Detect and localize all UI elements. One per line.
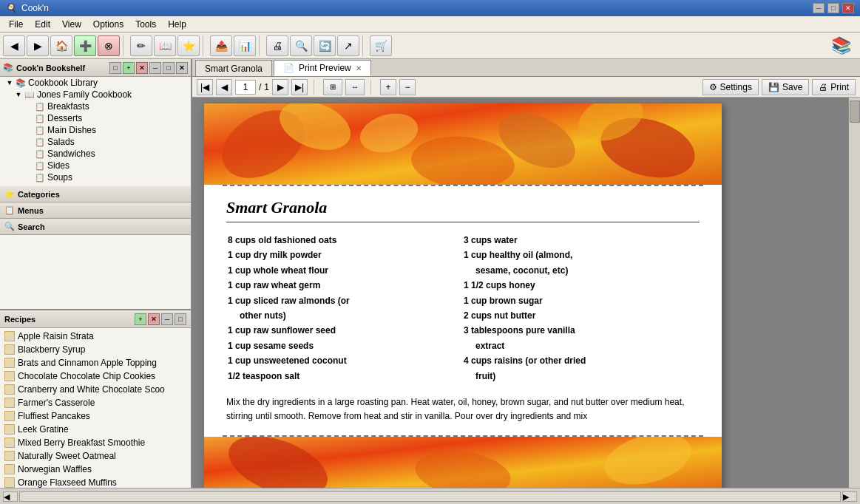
window-controls[interactable]: ─ □ ✕ xyxy=(813,3,854,13)
bookshelf-close-button[interactable]: ✕ xyxy=(176,62,188,74)
recipes-maximize-button[interactable]: □ xyxy=(175,313,186,325)
tree-main-dishes[interactable]: 📋 Main Dishes xyxy=(0,124,191,136)
menus-section[interactable]: 📋 Menus xyxy=(0,202,191,219)
page-last-button[interactable]: ▶| xyxy=(291,79,308,95)
hscroll-right[interactable]: ▶ xyxy=(842,491,857,502)
vscroll-thumb[interactable] xyxy=(850,101,860,123)
recipe-icon-12 xyxy=(4,477,15,488)
category-icon-4: 📋 xyxy=(35,137,45,147)
recipe-item-choc-chip[interactable]: Chocolate Chocolate Chip Cookies xyxy=(0,370,191,383)
page-prev-button[interactable]: ◀ xyxy=(216,79,232,95)
zoom-in-button[interactable]: + xyxy=(380,79,396,95)
menu-options[interactable]: Options xyxy=(87,18,129,31)
recipe-item-brats[interactable]: Brats and Cinnamon Apple Topping xyxy=(0,356,191,370)
recipes-minimize-button[interactable]: ─ xyxy=(161,313,173,325)
recipe-item-leek[interactable]: Leek Gratine xyxy=(0,423,191,436)
page-next-button[interactable]: ▶ xyxy=(272,79,288,95)
tree-sandwiches[interactable]: 📋 Sandwiches xyxy=(0,148,191,160)
recipes-add-button[interactable]: + xyxy=(135,313,146,325)
recipe-item-blackberry[interactable]: Blackberry Syrup xyxy=(0,343,191,356)
page-first-button[interactable]: |◀ xyxy=(197,79,213,95)
favorites-button[interactable]: ⭐ xyxy=(177,35,200,56)
recipe-label-3: Brats and Cinnamon Apple Topping xyxy=(18,358,157,368)
horizontal-scrollbar[interactable] xyxy=(19,491,841,502)
save-button[interactable]: 💾 Save xyxy=(762,79,809,95)
tree-sides[interactable]: 📋 Sides xyxy=(0,160,191,171)
settings-button[interactable]: ⚙ Settings xyxy=(702,79,759,95)
zoom-out-button[interactable]: − xyxy=(399,79,416,95)
menu-tools[interactable]: Tools xyxy=(129,18,162,31)
tree-salads[interactable]: 📋 Salads xyxy=(0,136,191,148)
hscroll-left[interactable]: ◀ xyxy=(3,491,18,502)
shop-button[interactable]: 🛒 xyxy=(370,35,392,56)
tab-smart-granola[interactable]: Smart Granola xyxy=(195,60,272,76)
ingredient-left-8: 1 cup sesame seeds xyxy=(228,338,450,353)
add-button[interactable]: ➕ xyxy=(74,35,96,56)
recipe-item-cranberry[interactable]: Cranberry and White Chocolate Scoo xyxy=(0,383,191,396)
preview-outer: Smart Granola 8 cups old fashioned oats … xyxy=(192,98,860,488)
ingredient-right-3: sesame, coconut, etc) xyxy=(464,263,698,278)
recipe-item-fluffiest[interactable]: Fluffiest Pancakes xyxy=(0,409,191,423)
bookshelf-tree: ▼ 📚 Cookbook Library ▼ 📖 Jones Family Co… xyxy=(0,77,191,309)
minimize-button[interactable]: ─ xyxy=(813,3,825,13)
preview-with-scroll: Smart Granola 8 cups old fashioned oats … xyxy=(192,98,860,488)
sync-button[interactable]: 🔄 xyxy=(314,35,336,56)
menu-edit[interactable]: Edit xyxy=(29,18,56,31)
recipe-item-apple-raisin[interactable]: Apple Raisin Strata xyxy=(0,330,191,343)
zoom-fit-button[interactable]: ⊞ xyxy=(323,79,342,95)
ingredient-left-7: 1 cup raw sunflower seed xyxy=(228,323,450,338)
bookshelf-minimize-button[interactable]: ─ xyxy=(149,62,161,74)
bookshelf-maximize-button[interactable]: □ xyxy=(163,62,175,74)
forward-button[interactable]: ▶ xyxy=(27,35,49,56)
recipe-item-norwegian[interactable]: Norwegian Waffles xyxy=(0,463,191,476)
category-icon-5: 📋 xyxy=(35,149,45,159)
search-section[interactable]: 🔍 Search xyxy=(0,219,191,235)
ingredient-left-9: 1 cup unsweetened coconut xyxy=(228,353,450,368)
publish-button[interactable]: 📤 xyxy=(210,35,232,56)
tree-jones-family-cookbook[interactable]: ▼ 📖 Jones Family Cookbook xyxy=(0,89,191,101)
tree-soups[interactable]: 📋 Soups xyxy=(0,171,191,183)
share-button[interactable]: ↗ xyxy=(337,35,359,56)
nutrition-button[interactable]: 📊 xyxy=(234,35,256,56)
menu-view[interactable]: View xyxy=(56,18,87,31)
home-button[interactable]: 🏠 xyxy=(50,35,72,56)
close-button[interactable]: ✕ xyxy=(842,3,854,13)
menu-bar: File Edit View Options Tools Help xyxy=(0,16,860,33)
page-number-input[interactable] xyxy=(235,80,256,95)
preview-scroll-area[interactable]: Smart Granola 8 cups old fashioned oats … xyxy=(192,98,848,488)
bookshelf-expand-button[interactable]: □ xyxy=(109,62,121,74)
tab-print-preview[interactable]: 📄 Print Preview ✕ xyxy=(274,60,371,76)
back-button[interactable]: ◀ xyxy=(3,35,25,56)
menu-file[interactable]: File xyxy=(3,18,29,31)
recipe-icon-7 xyxy=(4,411,15,421)
search-button[interactable]: 🔍 xyxy=(290,35,312,56)
tree-cookbook-library[interactable]: ▼ 📚 Cookbook Library xyxy=(0,77,191,89)
print-button[interactable]: 🖨 Print xyxy=(812,79,856,95)
sandwiches-label: Sandwiches xyxy=(47,149,95,159)
recipes-remove-button[interactable]: ✕ xyxy=(148,313,160,325)
print-preview-button[interactable]: 🖨 xyxy=(266,35,288,56)
zoom-width-button[interactable]: ↔ xyxy=(345,79,365,95)
recipe-item-farmers[interactable]: Farmer's Casserole xyxy=(0,396,191,409)
ingredient-left-5: 1 cup sliced raw almonds (or xyxy=(228,293,450,308)
recipe-item-naturally[interactable]: Naturally Sweet Oatmeal xyxy=(0,449,191,463)
maximize-button[interactable]: □ xyxy=(827,3,839,13)
bookshelf-remove-button[interactable]: ✕ xyxy=(136,62,148,74)
category-icon-1: 📋 xyxy=(35,102,45,112)
ingredients-right-col: 3 cups water 1 cup healthy oil (almond, … xyxy=(464,233,698,384)
recipe-item-orange[interactable]: Orange Flaxseed Muffins xyxy=(0,476,191,488)
tree-breakfasts[interactable]: 📋 Breakfasts xyxy=(0,101,191,112)
bookshelf-add-button[interactable]: + xyxy=(123,62,135,74)
tab-close-button[interactable]: ✕ xyxy=(356,64,362,72)
ingredient-right-2: 1 cup healthy oil (almond, xyxy=(464,248,698,262)
categories-section[interactable]: ⭐ Categories xyxy=(0,186,191,202)
preview-vertical-scrollbar[interactable] xyxy=(848,98,860,488)
tree-desserts[interactable]: 📋 Desserts xyxy=(0,112,191,124)
recipe-book-button[interactable]: 📖 xyxy=(154,35,176,56)
menu-help[interactable]: Help xyxy=(162,18,192,31)
edit-button[interactable]: ✏ xyxy=(130,35,152,56)
cookn-logo: 📚 xyxy=(831,36,851,55)
remove-button[interactable]: ⊗ xyxy=(98,35,120,56)
recipe-item-mixed-berry[interactable]: Mixed Berry Breakfast Smoothie xyxy=(0,436,191,449)
settings-icon: ⚙ xyxy=(709,82,717,92)
